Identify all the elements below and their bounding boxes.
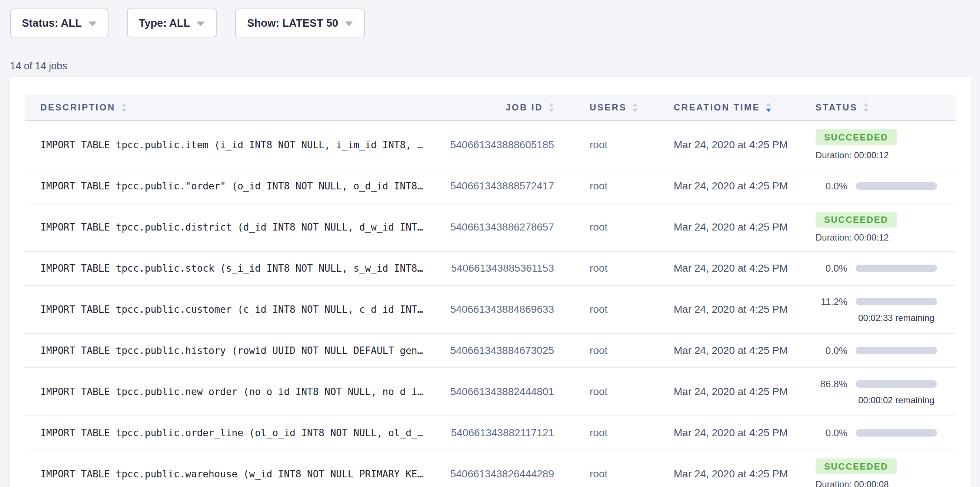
table-row: IMPORT TABLE tpcc.public.stock (s_i_id I…: [25, 252, 956, 286]
progress-bar: [856, 429, 937, 437]
job-creation-time: Mar 24, 2020 at 4:25 PM: [665, 468, 808, 480]
column-header-status[interactable]: STATUS: [808, 102, 956, 113]
chevron-down-icon: [345, 21, 353, 26]
job-duration: Duration: 00:00:12: [816, 150, 956, 160]
job-status-cell: 11.2% 00:02:33 remaining: [808, 296, 956, 323]
progress-percent: 11.2%: [816, 296, 847, 308]
jobs-table-header: DESCRIPTION JOB ID USERS CREATION TIME S…: [25, 94, 956, 121]
status-badge: SUCCEEDED: [816, 212, 897, 228]
progress-bar: [856, 298, 937, 305]
status-badge: SUCCEEDED: [816, 458, 897, 474]
job-duration: Duration: 00:00:08: [816, 479, 956, 487]
job-status-cell: SUCCEEDED Duration: 00:00:12: [808, 129, 956, 160]
type-filter-dropdown[interactable]: Type: ALL: [127, 8, 217, 37]
job-user: root: [554, 468, 665, 480]
show-filter-dropdown[interactable]: Show: LATEST 50: [235, 8, 365, 37]
sort-arrows-icon: [121, 103, 127, 112]
show-filter-label: Show: LATEST 50: [247, 17, 338, 29]
job-creation-time: Mar 24, 2020 at 4:25 PM: [665, 221, 808, 233]
progress-bar: [856, 182, 937, 190]
job-description: IMPORT TABLE tpcc.public.order_line (ol_…: [25, 427, 432, 438]
job-user: root: [554, 221, 665, 233]
job-creation-time: Mar 24, 2020 at 4:25 PM: [665, 345, 808, 356]
sort-arrows-icon: [766, 103, 771, 112]
job-id: 540661343885361153: [432, 262, 554, 274]
progress-percent: 0.0%: [816, 263, 847, 274]
table-row: IMPORT TABLE tpcc.public.warehouse (w_id…: [25, 450, 956, 487]
job-creation-time: Mar 24, 2020 at 4:25 PM: [665, 180, 808, 192]
progress-percent: 0.0%: [816, 427, 847, 439]
job-description: IMPORT TABLE tpcc.public.new_order (no_o…: [25, 386, 432, 397]
progress-bar: [856, 380, 937, 388]
table-row: IMPORT TABLE tpcc.public.district (d_id …: [25, 203, 956, 252]
sort-arrows-icon: [549, 103, 554, 112]
table-row: IMPORT TABLE tpcc.public.item (i_id INT8…: [25, 121, 956, 169]
column-header-description-label: DESCRIPTION: [40, 102, 116, 113]
column-header-status-label: STATUS: [816, 102, 858, 113]
status-badge: SUCCEEDED: [816, 129, 897, 145]
job-id: 540661343882117121: [432, 427, 554, 439]
job-description: IMPORT TABLE tpcc.public.item (i_id INT8…: [25, 139, 432, 150]
column-header-users-label: USERS: [590, 102, 627, 113]
job-duration: Duration: 00:00:12: [816, 232, 956, 243]
job-user: root: [554, 427, 665, 439]
chevron-down-icon: [89, 21, 97, 26]
job-description: IMPORT TABLE tpcc.public.stock (s_i_id I…: [25, 263, 432, 274]
job-user: root: [554, 303, 665, 315]
job-id: 540661343888605185: [432, 139, 554, 151]
column-header-users[interactable]: USERS: [554, 102, 665, 113]
jobs-count-summary: 14 of 14 jobs: [10, 61, 980, 72]
job-id: 540661343882444801: [432, 386, 554, 398]
job-description: IMPORT TABLE tpcc.public.warehouse (w_id…: [25, 468, 432, 480]
job-creation-time: Mar 24, 2020 at 4:25 PM: [665, 139, 808, 151]
status-filter-dropdown[interactable]: Status: ALL: [10, 8, 108, 37]
job-creation-time: Mar 24, 2020 at 4:25 PM: [665, 262, 808, 274]
chevron-down-icon: [197, 21, 205, 26]
job-status-cell: 0.0%: [808, 427, 956, 439]
column-header-creation-time[interactable]: CREATION TIME: [665, 102, 808, 113]
job-status-cell: 86.8% 00:00:02 remaining: [808, 378, 956, 406]
job-description: IMPORT TABLE tpcc.public.history (rowid …: [25, 345, 432, 356]
job-status-cell: 0.0%: [808, 263, 956, 274]
job-description: IMPORT TABLE tpcc.public."order" (o_id I…: [25, 180, 432, 192]
table-row: IMPORT TABLE tpcc.public.new_order (no_o…: [25, 368, 956, 416]
time-remaining: 00:00:02 remaining: [856, 395, 937, 406]
job-creation-time: Mar 24, 2020 at 4:25 PM: [665, 303, 808, 315]
job-id: 540661343884673025: [432, 345, 554, 356]
job-id: 540661343826444289: [432, 468, 554, 480]
job-description: IMPORT TABLE tpcc.public.customer (c_id …: [25, 304, 432, 315]
job-status-cell: 0.0%: [808, 345, 956, 356]
progress-percent: 0.0%: [816, 345, 847, 356]
jobs-table: DESCRIPTION JOB ID USERS CREATION TIME S…: [25, 94, 956, 487]
progress-bar: [856, 265, 937, 272]
progress-percent: 0.0%: [816, 180, 847, 192]
job-user: root: [554, 262, 665, 274]
job-creation-time: Mar 24, 2020 at 4:25 PM: [665, 386, 808, 398]
job-status-cell: 0.0%: [808, 180, 956, 192]
job-creation-time: Mar 24, 2020 at 4:25 PM: [665, 427, 808, 439]
job-user: root: [554, 139, 665, 151]
job-user: root: [554, 386, 665, 398]
job-status-cell: SUCCEEDED Duration: 00:00:08: [808, 458, 956, 487]
job-user: root: [554, 345, 665, 356]
jobs-filter-bar: Status: ALL Type: ALL Show: LATEST 50: [0, 0, 980, 37]
table-row: IMPORT TABLE tpcc.public.order_line (ol_…: [25, 416, 956, 450]
progress-bar: [856, 347, 937, 354]
column-header-job-id-label: JOB ID: [506, 102, 543, 113]
status-filter-label: Status: ALL: [22, 17, 82, 29]
sort-arrows-icon: [863, 103, 869, 112]
jobs-table-card: DESCRIPTION JOB ID USERS CREATION TIME S…: [10, 77, 971, 487]
progress-percent: 86.8%: [816, 378, 847, 390]
job-id: 540661343884869633: [432, 303, 554, 315]
job-description: IMPORT TABLE tpcc.public.district (d_id …: [25, 222, 432, 233]
job-user: root: [554, 180, 665, 192]
column-header-description[interactable]: DESCRIPTION: [25, 102, 432, 113]
sort-arrows-icon: [633, 103, 638, 112]
type-filter-label: Type: ALL: [139, 17, 190, 29]
table-row: IMPORT TABLE tpcc.public."order" (o_id I…: [25, 169, 956, 203]
column-header-job-id[interactable]: JOB ID: [432, 102, 554, 113]
table-row: IMPORT TABLE tpcc.public.history (rowid …: [25, 334, 956, 368]
column-header-creation-time-label: CREATION TIME: [674, 102, 760, 113]
job-id: 540661343886278657: [432, 221, 554, 233]
time-remaining: 00:02:33 remaining: [856, 313, 937, 323]
